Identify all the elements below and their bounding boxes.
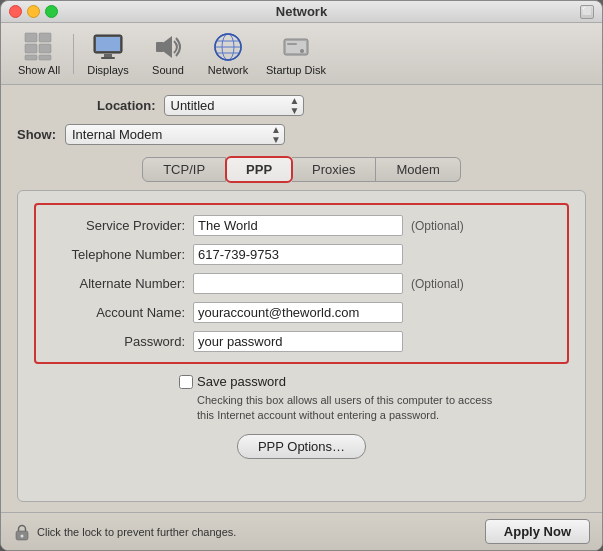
- service-provider-row: Service Provider: (Optional): [48, 215, 555, 236]
- close-button[interactable]: [9, 5, 22, 18]
- ppp-options-button[interactable]: PPP Options…: [237, 434, 366, 459]
- toolbar-network[interactable]: Network: [198, 29, 258, 78]
- show-all-label: Show All: [18, 64, 60, 76]
- show-label: Show:: [17, 127, 57, 142]
- svg-marker-11: [164, 36, 172, 58]
- alternate-number-row: Alternate Number: (Optional): [48, 273, 555, 294]
- account-name-input[interactable]: [193, 302, 403, 323]
- tab-tcp-ip[interactable]: TCP/IP: [142, 157, 226, 182]
- location-row: Location: Untitled Home Office ▲▼: [17, 95, 586, 116]
- svg-rect-1: [39, 33, 51, 42]
- password-label: Password:: [48, 334, 193, 349]
- telephone-number-label: Telephone Number:: [48, 247, 193, 262]
- svg-rect-10: [156, 42, 164, 52]
- window-controls: [9, 5, 58, 18]
- tab-modem[interactable]: Modem: [376, 157, 460, 182]
- show-select-wrapper: Internal Modem AirPort Ethernet ▲▼: [65, 124, 285, 145]
- zoom-widget[interactable]: ⬜: [580, 5, 594, 19]
- toolbar-displays[interactable]: Displays: [78, 29, 138, 78]
- lock-icon[interactable]: [13, 523, 31, 541]
- network-label: Network: [208, 64, 248, 76]
- alternate-number-label: Alternate Number:: [48, 276, 193, 291]
- save-password-description: Checking this box allows all users of th…: [179, 393, 499, 424]
- save-password-section: Save password Checking this box allows a…: [34, 374, 569, 424]
- telephone-number-row: Telephone Number:: [48, 244, 555, 265]
- bottom-bar: Click the lock to prevent further change…: [1, 512, 602, 550]
- location-select-wrapper: Untitled Home Office ▲▼: [164, 95, 304, 116]
- startup-disk-icon: [280, 31, 312, 63]
- toolbar-separator: [73, 34, 74, 74]
- tab-ppp[interactable]: PPP: [225, 156, 293, 183]
- svg-rect-0: [25, 33, 37, 42]
- form-panel: Service Provider: (Optional) Telephone N…: [17, 190, 586, 502]
- form-inner: Service Provider: (Optional) Telephone N…: [34, 203, 569, 364]
- svg-rect-9: [101, 57, 115, 59]
- svg-rect-4: [25, 55, 37, 60]
- toolbar-sound[interactable]: Sound: [138, 29, 198, 78]
- show-select[interactable]: Internal Modem AirPort Ethernet: [65, 124, 285, 145]
- sound-icon: [152, 31, 184, 63]
- service-provider-optional: (Optional): [411, 219, 464, 233]
- startup-disk-label: Startup Disk: [266, 64, 326, 76]
- minimize-button[interactable]: [27, 5, 40, 18]
- svg-rect-3: [39, 44, 51, 53]
- account-name-row: Account Name:: [48, 302, 555, 323]
- service-provider-label: Service Provider:: [48, 218, 193, 233]
- lock-section: Click the lock to prevent further change…: [13, 523, 236, 541]
- svg-point-23: [21, 534, 24, 537]
- toolbar: Show All Displays: [1, 23, 602, 85]
- save-password-row: Save password: [179, 374, 569, 389]
- svg-point-20: [300, 49, 304, 53]
- svg-rect-5: [39, 55, 51, 60]
- svg-rect-8: [104, 54, 112, 57]
- network-icon: [212, 31, 244, 63]
- svg-rect-7: [96, 37, 120, 51]
- save-password-label: Save password: [197, 374, 286, 389]
- show-all-icon: [23, 31, 55, 63]
- svg-rect-21: [287, 43, 297, 45]
- alternate-number-input[interactable]: [193, 273, 403, 294]
- tab-proxies[interactable]: Proxies: [292, 157, 376, 182]
- password-row: Password:: [48, 331, 555, 352]
- alternate-number-optional: (Optional): [411, 277, 464, 291]
- titlebar: Network ⬜: [1, 1, 602, 23]
- telephone-number-input[interactable]: [193, 244, 403, 265]
- password-input[interactable]: [193, 331, 403, 352]
- window-title: Network: [276, 4, 327, 19]
- sound-label: Sound: [152, 64, 184, 76]
- svg-rect-2: [25, 44, 37, 53]
- lock-text: Click the lock to prevent further change…: [37, 526, 236, 538]
- account-name-label: Account Name:: [48, 305, 193, 320]
- main-window: Network ⬜ Show All: [0, 0, 603, 551]
- service-provider-input[interactable]: [193, 215, 403, 236]
- show-row: Show: Internal Modem AirPort Ethernet ▲▼: [17, 124, 586, 145]
- ppp-options-row: PPP Options…: [34, 434, 569, 459]
- location-select[interactable]: Untitled Home Office: [164, 95, 304, 116]
- main-content: Location: Untitled Home Office ▲▼ Show: …: [1, 85, 602, 512]
- apply-now-button[interactable]: Apply Now: [485, 519, 590, 544]
- toolbar-show-all[interactable]: Show All: [9, 29, 69, 78]
- displays-label: Displays: [87, 64, 129, 76]
- location-label: Location:: [97, 98, 156, 113]
- displays-icon: [92, 31, 124, 63]
- maximize-button[interactable]: [45, 5, 58, 18]
- toolbar-startup-disk[interactable]: Startup Disk: [258, 29, 334, 78]
- save-password-checkbox[interactable]: [179, 375, 193, 389]
- tabs: TCP/IP PPP Proxies Modem: [17, 157, 586, 182]
